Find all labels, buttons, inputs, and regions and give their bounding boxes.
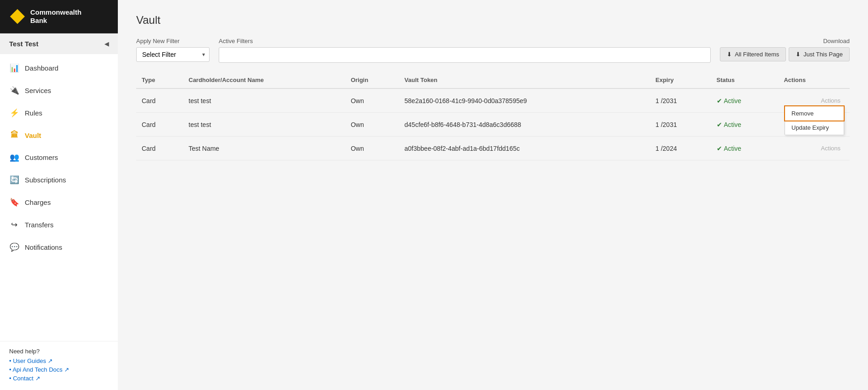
actions-dropdown: Actions Remove Update Expiry [817, 95, 844, 106]
remove-button[interactable]: Remove [785, 106, 844, 121]
active-filters-section: Active Filters [219, 38, 711, 63]
cell-name: Test Name [183, 137, 345, 160]
sidebar-item-label: Subscriptions [25, 176, 66, 184]
sidebar-item-label: Transfers [25, 221, 54, 229]
dashboard-icon: 📊 [9, 63, 19, 73]
sidebar-item-customers[interactable]: 👥 Customers [0, 146, 118, 169]
col-token: Vault Token [399, 72, 650, 88]
sidebar-nav: 📊 Dashboard 🔌 Services ⚡ Rules 🏛 Vault 👥… [0, 54, 118, 341]
table-header-row: Type Cardholder/Account Name Origin Vaul… [136, 72, 850, 88]
check-icon: ✔ [717, 97, 722, 104]
cell-name: test test [183, 113, 345, 137]
check-icon: ✔ [717, 121, 722, 128]
cell-token: 58e2a160-0168-41c9-9940-0d0a378595e9 [399, 88, 650, 113]
sidebar-item-label: Charges [25, 198, 51, 206]
sidebar-item-label: Rules [25, 109, 42, 117]
vault-table: Type Cardholder/Account Name Origin Vaul… [136, 72, 850, 160]
transfers-icon: ↪ [9, 220, 19, 230]
apply-filter-section: Apply New Filter Select Filter ▾ [136, 38, 210, 62]
vault-icon: 🏛 [9, 131, 19, 140]
sidebar-item-vault[interactable]: 🏛 Vault [0, 124, 118, 146]
subscriptions-icon: 🔄 [9, 175, 19, 185]
user-name: Test Test [9, 40, 39, 48]
status-badge: ✔Active [717, 97, 741, 104]
cell-expiry: 1 /2031 [650, 88, 711, 113]
logo-icon [9, 8, 26, 25]
apply-filter-label: Apply New Filter [136, 38, 210, 44]
sidebar-item-subscriptions[interactable]: 🔄 Subscriptions [0, 169, 118, 191]
sidebar-item-label: Customers [25, 154, 58, 161]
cell-origin: Own [345, 137, 399, 160]
sidebar-user[interactable]: Test Test ◀ [0, 33, 118, 54]
actions-dropdown-menu: Remove Update Expiry [785, 106, 844, 135]
sidebar-item-label: Notifications [25, 243, 62, 251]
cell-expiry: 1 /2031 [650, 113, 711, 137]
status-badge: ✔Active [717, 121, 741, 128]
help-title: Need help? [9, 348, 109, 355]
cell-status: ✔Active [711, 88, 779, 113]
table-row: Card Test Name Own a0f3bbee-08f2-4abf-ad… [136, 137, 850, 160]
table-row: Card test test Own 58e2a160-0168-41c9-99… [136, 88, 850, 113]
page-title: Vault [136, 14, 850, 27]
cell-type: Card [136, 88, 183, 113]
sidebar-collapse-icon[interactable]: ◀ [105, 41, 109, 47]
cell-origin: Own [345, 113, 399, 137]
cell-name: test test [183, 88, 345, 113]
svg-marker-0 [10, 9, 25, 24]
charges-icon: 🔖 [9, 198, 19, 207]
filter-bar: Apply New Filter Select Filter ▾ Active … [136, 38, 850, 63]
active-filters-label: Active Filters [219, 38, 711, 44]
cell-actions: Actions Remove Update Expiry [778, 88, 850, 113]
col-status: Status [711, 72, 779, 88]
sidebar-item-transfers[interactable]: ↪ Transfers [0, 214, 118, 236]
cell-type: Card [136, 137, 183, 160]
download-all-button[interactable]: ⬇ All Filtered Items [720, 47, 786, 61]
cell-status: ✔Active [711, 113, 779, 137]
sidebar-item-rules[interactable]: ⚡ Rules [0, 102, 118, 124]
col-origin: Origin [345, 72, 399, 88]
sidebar-footer: Need help? • User Guides ↗ • Api And Tec… [0, 341, 118, 390]
notifications-icon: 💬 [9, 242, 19, 252]
download-page-icon: ⬇ [796, 51, 801, 58]
services-icon: 🔌 [9, 86, 19, 95]
download-section: Download ⬇ All Filtered Items ⬇ Just Thi… [720, 38, 850, 61]
col-name: Cardholder/Account Name [183, 72, 345, 88]
customers-icon: 👥 [9, 153, 19, 162]
check-icon: ✔ [717, 145, 722, 152]
table-header: Type Cardholder/Account Name Origin Vaul… [136, 72, 850, 88]
cell-token: a0f3bbee-08f2-4abf-ad1a-6bd17fdd165c [399, 137, 650, 160]
table-row: Card test test Own d45cfe6f-b8f6-4648-b7… [136, 113, 850, 137]
cell-expiry: 1 /2024 [650, 137, 711, 160]
cell-origin: Own [345, 88, 399, 113]
download-page-button[interactable]: ⬇ Just This Page [789, 47, 850, 61]
filter-select-wrap: Select Filter ▾ [136, 47, 210, 62]
sidebar-item-charges[interactable]: 🔖 Charges [0, 191, 118, 214]
actions-button[interactable]: Actions [817, 143, 844, 154]
cell-status: ✔Active [711, 137, 779, 160]
sidebar-logo: Commonwealth Bank [0, 0, 118, 33]
sidebar-item-label: Vault [25, 132, 41, 139]
download-label: Download [720, 38, 850, 44]
user-guides-link[interactable]: • User Guides ↗ [9, 357, 109, 364]
col-actions: Actions [778, 72, 850, 88]
actions-button[interactable]: Actions [817, 95, 844, 106]
cell-token: d45cfe6f-b8f6-4648-b731-4d8a6c3d6688 [399, 113, 650, 137]
active-filters-box [219, 47, 711, 63]
status-badge: ✔Active [717, 145, 741, 152]
update-expiry-button[interactable]: Update Expiry [785, 121, 844, 135]
col-expiry: Expiry [650, 72, 711, 88]
col-type: Type [136, 72, 183, 88]
filter-select[interactable]: Select Filter [136, 47, 210, 62]
sidebar: Commonwealth Bank Test Test ◀ 📊 Dashboar… [0, 0, 118, 390]
sidebar-item-notifications[interactable]: 💬 Notifications [0, 236, 118, 258]
table-body: Card test test Own 58e2a160-0168-41c9-99… [136, 88, 850, 160]
sidebar-item-services[interactable]: 🔌 Services [0, 79, 118, 102]
api-docs-link[interactable]: • Api And Tech Docs ↗ [9, 366, 109, 373]
cell-actions: Actions [778, 137, 850, 160]
main-content: Vault Apply New Filter Select Filter ▾ A… [118, 0, 868, 390]
download-buttons: ⬇ All Filtered Items ⬇ Just This Page [720, 47, 850, 61]
rules-icon: ⚡ [9, 108, 19, 118]
sidebar-item-dashboard[interactable]: 📊 Dashboard [0, 57, 118, 79]
contact-link[interactable]: • Contact ↗ [9, 375, 109, 382]
cell-type: Card [136, 113, 183, 137]
